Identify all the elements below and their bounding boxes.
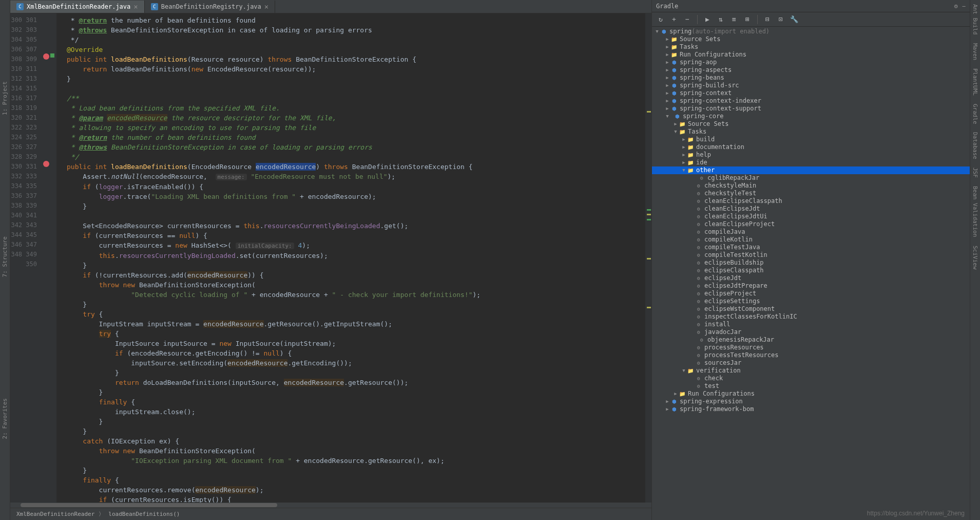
settings-icon[interactable]: ⚙	[954, 3, 958, 10]
tree-row[interactable]: ⚙eclipseWstComponent	[652, 305, 970, 313]
tree-root[interactable]: ▼⬢spring (auto-import enabled)	[652, 28, 970, 35]
breakpoint-icon[interactable]	[43, 161, 49, 167]
tree-row[interactable]: ▼📁verification	[652, 367, 970, 375]
gear-icon: ⚙	[695, 190, 702, 197]
code-content[interactable]: * @return the number of bean definitions…	[56, 13, 645, 503]
tree-row[interactable]: ▶📁documentation	[652, 143, 970, 151]
tree-row[interactable]: ⚙eclipseJdtPrepare	[652, 282, 970, 290]
tree-row[interactable]: ⚙cleanEclipseJdtUi	[652, 213, 970, 220]
gear-icon: ⚙	[695, 306, 702, 313]
module-icon: ⬢	[670, 75, 678, 82]
tree-row[interactable]: ▶⬢spring-expression	[652, 398, 970, 405]
tree-row[interactable]: ⚙check	[652, 375, 970, 382]
tree-row[interactable]: ⚙install	[652, 321, 970, 328]
tree-row[interactable]: ⚙cglibRepackJar	[652, 174, 970, 182]
tree-row[interactable]: ⚙compileJava	[652, 228, 970, 236]
breadcrumb-bar: XmlBeanDefinitionReader 〉 loadBeanDefini…	[10, 508, 651, 520]
tree-row[interactable]: ⚙eclipseSettings	[652, 298, 970, 305]
error-stripe[interactable]	[645, 13, 651, 503]
tree-row[interactable]: ▶⬢spring-context-support	[652, 105, 970, 113]
toolwindow-tab[interactable]: PlantUML	[972, 68, 978, 96]
tool-structure[interactable]: 7: Structure	[2, 236, 8, 277]
tool-project[interactable]: 1: Project	[2, 81, 8, 115]
tool-favorites[interactable]: 2: Favorites	[2, 398, 8, 439]
scrollbar-thumb[interactable]	[21, 503, 277, 507]
gradle-tree[interactable]: ▼⬢spring (auto-import enabled)▶📁Source S…	[652, 27, 970, 520]
close-icon[interactable]: ×	[133, 3, 138, 11]
tree-row[interactable]: ▶⬢spring-context-indexer	[652, 97, 970, 105]
tree-row[interactable]: ⚙test	[652, 382, 970, 390]
tree-row[interactable]: ▶⬢spring-beans	[652, 74, 970, 82]
tree-row[interactable]: ▶📁Run Configurations	[652, 51, 970, 59]
toolbar-button[interactable]: ↻	[655, 14, 666, 25]
tree-row[interactable]: ⚙eclipseBuildship	[652, 259, 970, 267]
tree-row[interactable]: ⚙compileTestJava	[652, 244, 970, 251]
tree-row[interactable]: ⚙checkstyleTest	[652, 190, 970, 197]
folder-icon: 📁	[670, 51, 678, 59]
tree-row[interactable]: ⚙eclipseJdt	[652, 274, 970, 282]
tree-row[interactable]: ▼📁other	[652, 166, 970, 174]
toolwindow-tab[interactable]: Gradle	[972, 104, 978, 124]
toolwindow-tab[interactable]: Maven	[972, 43, 978, 60]
gear-icon: ⚙	[695, 206, 702, 213]
toolbar-button[interactable]: ⇅	[715, 14, 726, 25]
breakpoint-icon[interactable]	[43, 53, 49, 60]
tree-row[interactable]: ▶📁Source Sets	[652, 35, 970, 43]
tree-row[interactable]: ⚙cleanEclipseProject	[652, 220, 970, 228]
toolwindow-tab[interactable]: Ant Build	[972, 4, 978, 35]
toolwindow-tab[interactable]: Bean Validation	[972, 186, 978, 237]
editor-tab[interactable]: CBeanDefinitionRegistry.java×	[145, 1, 276, 13]
toolbar-button[interactable]: ⊟	[762, 14, 773, 25]
tree-row[interactable]: ▶⬢spring-framework-bom	[652, 405, 970, 413]
toolbar-button[interactable]: 🔧	[789, 14, 800, 25]
toolbar-button[interactable]: ▶	[702, 14, 713, 25]
tree-row[interactable]: ▶📁help	[652, 151, 970, 159]
tree-row[interactable]: ▶⬢spring-aspects	[652, 66, 970, 74]
toolbar-button[interactable]: ≡	[728, 14, 740, 25]
tree-row[interactable]: ⚙compileTestKotlin	[652, 251, 970, 259]
folder-icon: 📁	[670, 44, 678, 51]
tree-row[interactable]: ▶📁Run Configurations	[652, 390, 970, 398]
toolbar-button[interactable]: −	[682, 14, 693, 25]
right-toolwindow-bar[interactable]: Ant BuildMavenPlantUMLGradleDatabaseJSFB…	[970, 0, 980, 520]
tree-row[interactable]: ▼⬢spring-core	[652, 113, 970, 120]
tree-row[interactable]: ⚙checkstyleMain	[652, 182, 970, 190]
tree-row[interactable]: ⚙processResources	[652, 344, 970, 351]
tree-row[interactable]: ⚙sourcesJar	[652, 359, 970, 367]
left-toolwindow-bar[interactable]: 1: Project 7: Structure 2: Favorites	[0, 0, 10, 520]
tree-row[interactable]: ⚙objenesisRepackJar	[652, 336, 970, 344]
horizontal-scrollbar[interactable]	[10, 503, 651, 508]
tree-row[interactable]: ⚙processTestResources	[652, 351, 970, 359]
tree-row[interactable]: ⚙inspectClassesForKotlinIC	[652, 313, 970, 321]
tree-row[interactable]: ▼📁Tasks	[652, 128, 970, 136]
tree-row[interactable]: ⚙cleanEclipseJdt	[652, 205, 970, 213]
folder-icon: 📁	[687, 159, 694, 166]
editor-tab[interactable]: CXmlBeanDefinitionReader.java×	[10, 1, 145, 13]
tree-row[interactable]: ▶📁Tasks	[652, 43, 970, 51]
tree-row[interactable]: ▶📁Source Sets	[652, 120, 970, 128]
breadcrumb-file[interactable]: XmlBeanDefinitionReader	[16, 511, 94, 517]
minimize-icon[interactable]: −	[962, 3, 966, 10]
tree-row[interactable]: ⚙eclipseClasspath	[652, 267, 970, 274]
tree-row[interactable]: ▶⬢spring-build-src	[652, 82, 970, 89]
tree-row[interactable]: ⚙cleanEclipseClasspath	[652, 197, 970, 205]
tree-row[interactable]: ▶📁build	[652, 136, 970, 143]
toolwindow-tab[interactable]: Database	[972, 132, 978, 159]
gear-icon: ⚙	[695, 321, 702, 328]
gear-icon: ⚙	[695, 229, 702, 236]
close-icon[interactable]: ×	[264, 3, 268, 11]
toolwindow-tab[interactable]: JSF	[972, 168, 978, 178]
gradle-icon: ⬢	[660, 28, 667, 35]
toolwindow-tab[interactable]: SciView	[972, 246, 978, 269]
tree-row[interactable]: ⚙javadocJar	[652, 328, 970, 336]
tree-row[interactable]: ⚙eclipseProject	[652, 290, 970, 298]
tree-row[interactable]: ⚙compileKotlin	[652, 236, 970, 244]
tree-row[interactable]: ▶📁ide	[652, 159, 970, 166]
toolbar-button[interactable]: ⊡	[775, 14, 786, 25]
tree-row[interactable]: ▶⬢spring-context	[652, 89, 970, 97]
toolbar-button[interactable]: ⊞	[742, 14, 753, 25]
toolbar-button[interactable]: +	[668, 14, 680, 25]
tree-row[interactable]: ▶⬢spring-aop	[652, 59, 970, 66]
override-icon[interactable]	[50, 53, 54, 58]
breadcrumb-method[interactable]: loadBeanDefinitions()	[108, 511, 180, 517]
